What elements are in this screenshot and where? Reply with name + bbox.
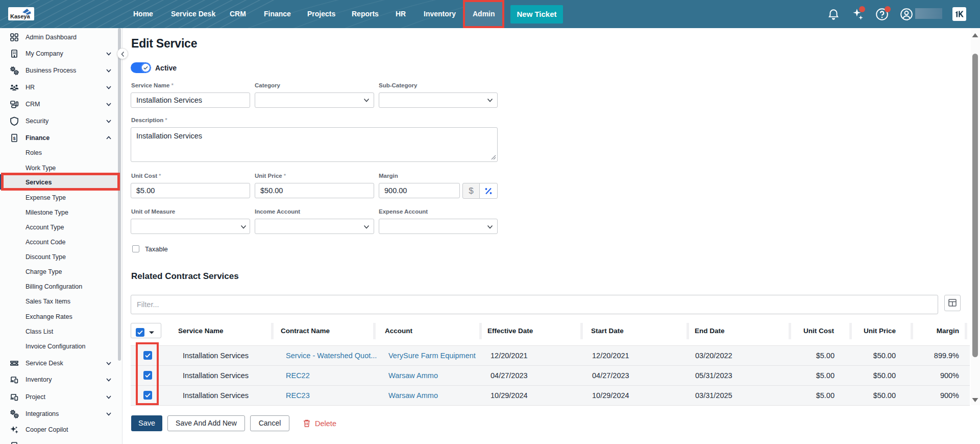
svg-text:$: $	[13, 136, 15, 141]
svg-text:Kaseya: Kaseya	[10, 13, 30, 19]
